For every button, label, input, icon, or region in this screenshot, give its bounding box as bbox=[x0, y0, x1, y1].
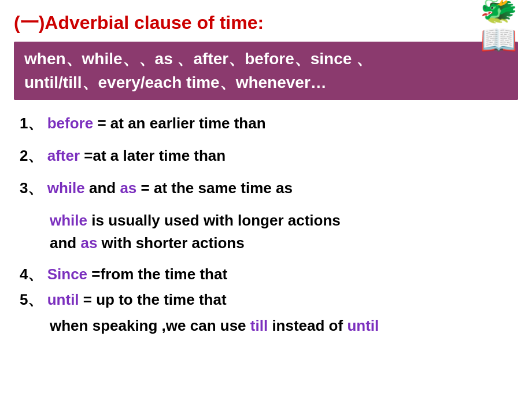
item5-highlight: until bbox=[47, 291, 79, 308]
list-item-4: 4、 Since =from the time that bbox=[20, 264, 518, 286]
list-item-3-sub2: and as with shorter actions bbox=[20, 232, 518, 254]
item3-as: as bbox=[120, 179, 136, 197]
sub2-and: and bbox=[50, 234, 80, 252]
banner-line2: until/till、every/each time、whenever… bbox=[24, 73, 327, 91]
last-line-until: until bbox=[347, 317, 379, 334]
item3-rest: = at the same time as bbox=[141, 179, 293, 197]
sub1-while: while bbox=[50, 212, 87, 229]
item1-number: 1、 bbox=[20, 114, 43, 132]
item5-rest: = up to the time that bbox=[83, 291, 227, 308]
page-container: 🐲📖 (一)Adverbial clause of time: when、whi… bbox=[0, 0, 532, 399]
item4-number: 4、 bbox=[20, 265, 43, 283]
item1-highlight: before bbox=[47, 114, 93, 132]
list-item-2: 2、 after =at a later time than bbox=[20, 145, 518, 167]
last-line-till: till bbox=[250, 317, 268, 334]
main-title: (一)Adverbial clause of time: bbox=[14, 10, 264, 36]
last-line: when speaking ,we can use till instead o… bbox=[20, 315, 518, 337]
last-line-mid: instead of bbox=[272, 317, 347, 334]
list-item-1: 1、 before = at an earlier time than bbox=[20, 113, 518, 135]
sub2-as: as bbox=[80, 234, 97, 252]
item2-number: 2、 bbox=[20, 147, 43, 164]
item1-rest: = at an earlier time than bbox=[97, 114, 265, 132]
list-item-3: 3、 while and as = at the same time as bbox=[20, 178, 518, 200]
item3-number: 3、 bbox=[20, 179, 43, 197]
dragon-icon: 🐲📖 bbox=[480, 5, 526, 45]
item4-highlight: Since bbox=[47, 265, 87, 283]
item2-rest: =at a later time than bbox=[84, 147, 226, 164]
sub2-rest: with shorter actions bbox=[102, 234, 245, 252]
item3-and: and bbox=[89, 179, 120, 197]
item2-highlight: after bbox=[47, 147, 80, 164]
item3-while: while bbox=[47, 179, 85, 197]
item5-number: 5、 bbox=[20, 291, 43, 308]
content: 1、 before = at an earlier time than 2、 a… bbox=[14, 113, 518, 337]
title-row: (一)Adverbial clause of time: bbox=[14, 10, 518, 36]
banner: when、while、、as 、after、before、since 、 unt… bbox=[14, 42, 518, 100]
item4-rest: =from the time that bbox=[91, 265, 227, 283]
list-item-3-sub1: while is usually used with longer action… bbox=[20, 209, 518, 232]
list-item-5: 5、 until = up to the time that bbox=[20, 289, 518, 311]
sub1-rest: is usually used with longer actions bbox=[91, 212, 341, 229]
last-line-pre: when speaking ,we can use bbox=[50, 317, 250, 334]
banner-line1: when、while、、as 、after、before、since 、 bbox=[24, 50, 372, 68]
